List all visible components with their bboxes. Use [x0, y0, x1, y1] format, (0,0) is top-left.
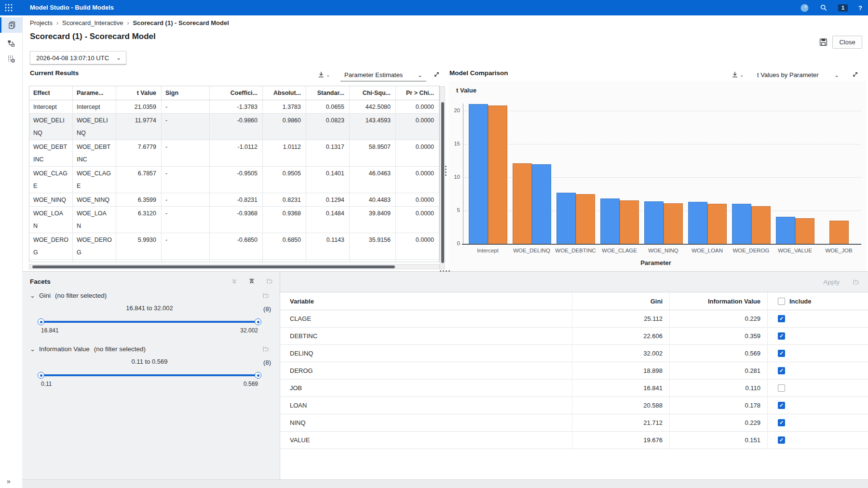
chart-bar-comparison-model[interactable] [795, 218, 814, 244]
include-checkbox[interactable] [778, 384, 785, 392]
chart-bar-comparison-model[interactable] [488, 106, 507, 244]
table-row[interactable]: WOE_CLAG EWOE_CLAG E6.7857--0.95050.9505… [29, 167, 439, 193]
apply-button[interactable]: Apply [823, 278, 840, 286]
chart-bar-current-model[interactable] [732, 204, 751, 244]
column-header[interactable]: Absolut... [263, 86, 306, 100]
include-checkbox[interactable]: ✓ [778, 402, 785, 409]
column-header[interactable]: Coeffici... [210, 86, 263, 100]
download-icon[interactable]: ⌄ [731, 71, 744, 79]
panel-splitter-handle[interactable] [445, 166, 447, 176]
maximize-icon[interactable] [433, 71, 440, 78]
include-checkbox[interactable]: ✓ [778, 332, 785, 340]
table-row[interactable]: InterceptIntercept21.0359--1.37831.37830… [29, 100, 439, 114]
expand-all-facets-icon[interactable] [248, 278, 255, 285]
sidebar-item-data[interactable] [0, 51, 22, 66]
chart-bar-comparison-model[interactable] [751, 206, 771, 244]
timestamp-dropdown[interactable]: 2026-04-08 13:07:10 UTC ⌄ [30, 51, 126, 65]
search-icon[interactable] [820, 4, 827, 12]
chart-bar-current-model[interactable] [532, 164, 551, 244]
variable-row-clage[interactable]: CLAGE25.1120.229✓ [280, 310, 868, 328]
column-header[interactable]: Sign [162, 86, 210, 100]
chart-bar-current-model[interactable] [600, 198, 620, 244]
gini-column-header[interactable]: Gini [572, 292, 670, 310]
reset-variables-icon[interactable] [852, 278, 859, 286]
slider-handle-max[interactable] [255, 372, 261, 379]
slider-handle-min[interactable] [38, 318, 44, 325]
include-checkbox[interactable]: ✓ [778, 350, 785, 357]
slider-handle-min[interactable] [38, 372, 44, 379]
chart-bar-comparison-model[interactable] [576, 194, 595, 244]
chart-bar-current-model[interactable] [688, 202, 707, 244]
facet-range-slider[interactable] [41, 372, 258, 379]
table-row[interactable]: WOE_LOA NWOE_LOA N6.3120--0.93680.93680.… [29, 207, 439, 233]
variable-row-derog[interactable]: DEROG18.8980.281✓ [280, 362, 868, 380]
chart-bar-current-model[interactable] [556, 193, 576, 244]
breadcrumb-projects[interactable]: Projects [30, 19, 53, 26]
include-checkbox[interactable]: ✓ [778, 436, 785, 444]
results-view-select[interactable]: Parameter Estimates ⌄ [340, 69, 426, 81]
save-icon[interactable] [819, 38, 828, 49]
sidebar-item-pipeline[interactable] [0, 36, 22, 51]
slider-track[interactable] [41, 321, 258, 323]
table-row[interactable]: WOE_DELI NQWOE_DELI NQ11.9774--0.98600.9… [29, 114, 439, 140]
facet-name: Gini [39, 292, 51, 299]
variable-row-value[interactable]: VALUE19.6760.151✓ [280, 432, 868, 449]
variable-row-job[interactable]: JOB16.8410.110 [280, 380, 868, 397]
column-header[interactable]: Chi-Squ... [350, 86, 396, 100]
information-value: 0.569 [670, 345, 768, 362]
close-button[interactable]: Close [832, 36, 862, 49]
table-row[interactable]: WOE_DEBT INCWOE_DEBT INC7.6779--1.01121.… [29, 140, 439, 167]
variable-row-delinq[interactable]: DELINQ32.0020.569✓ [280, 345, 868, 362]
chart-bar-comparison-model[interactable] [513, 163, 532, 244]
chart-bar-comparison-model[interactable] [620, 200, 639, 244]
include-cell: ✓ [768, 362, 868, 379]
include-all-checkbox[interactable] [778, 298, 785, 305]
include-checkbox[interactable]: ✓ [778, 367, 785, 374]
chart-bar-current-model[interactable] [776, 217, 795, 244]
facet-reset-icon[interactable] [262, 292, 269, 299]
column-header[interactable]: Standar... [306, 86, 350, 100]
chart-bar-comparison-model[interactable] [829, 221, 849, 244]
variable-row-ninq[interactable]: NINQ21.7120.229✓ [280, 414, 868, 432]
facet-range-slider[interactable] [41, 318, 258, 325]
chart-bar-current-model[interactable] [644, 201, 664, 244]
chart-bar-current-model[interactable] [469, 104, 488, 244]
information-value-column-header[interactable]: Information Value [670, 292, 768, 310]
chart-bar-comparison-model[interactable] [707, 204, 727, 244]
facet-reset-icon[interactable] [262, 345, 269, 353]
column-header[interactable]: Parame... [73, 86, 116, 100]
table-cell: 0.0823 [306, 114, 350, 140]
variable-row-debtinc[interactable]: DEBTINC22.6060.359✓ [280, 328, 868, 345]
horizontal-scrollbar[interactable] [29, 264, 440, 269]
chevron-down-icon[interactable]: ⌄ [30, 345, 35, 353]
chart-bar-comparison-model[interactable] [664, 203, 683, 244]
variable-column-header[interactable]: Variable [280, 292, 572, 310]
table-row[interactable]: WOE_VALUWOE_VALU4.0457--0.68180.68180.16… [29, 260, 439, 262]
column-header[interactable]: t Value [116, 86, 162, 100]
include-checkbox[interactable]: ✓ [778, 419, 785, 426]
maximize-icon[interactable] [852, 71, 859, 78]
column-header[interactable]: Effect [29, 86, 73, 100]
download-icon[interactable]: ⌄ [317, 71, 330, 79]
table-row[interactable]: WOE_DERO GWOE_DERO G5.9930--0.68500.6850… [29, 233, 439, 260]
slider-handle-max[interactable] [255, 318, 261, 325]
brand-globe-icon[interactable] [800, 3, 809, 13]
include-checkbox[interactable]: ✓ [778, 315, 785, 322]
vertical-scrollbar[interactable] [440, 86, 445, 269]
collapse-all-facets-icon[interactable] [231, 278, 238, 285]
app-switcher-icon[interactable] [4, 3, 13, 14]
notification-badge[interactable]: 1 [838, 4, 848, 12]
slider-track[interactable] [41, 374, 258, 376]
breadcrumb-project-name[interactable]: Scorecard_Interactive [62, 19, 123, 26]
column-header[interactable]: Pr > Chi... [396, 86, 439, 100]
facet-header[interactable]: ⌄Information Value(no filter selected) [30, 345, 271, 353]
comparison-view-select[interactable]: t Values by Parameter ⌄ [753, 69, 843, 81]
reset-facets-icon[interactable] [266, 277, 273, 285]
table-row[interactable]: WOE_NINQWOE_NINQ6.3599--0.82310.82310.12… [29, 193, 439, 207]
help-icon[interactable]: ? [858, 4, 862, 12]
variable-row-loan[interactable]: LOAN20.5880.178✓ [280, 397, 868, 414]
sidebar-item-results[interactable] [0, 17, 22, 33]
expand-sidebar-chevron[interactable]: » [7, 477, 11, 485]
chevron-down-icon[interactable]: ⌄ [30, 292, 35, 299]
facet-header[interactable]: ⌄Gini(no filter selected) [30, 292, 271, 299]
